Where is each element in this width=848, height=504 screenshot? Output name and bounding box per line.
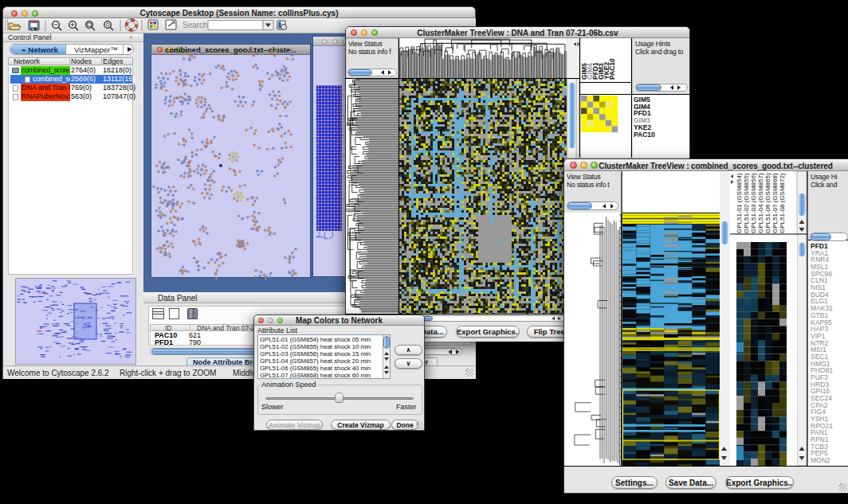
svg-text:GPL51-01 (GSM854): GPL51-01 (GSM854) xyxy=(736,173,743,233)
svg-text:MON2: MON2 xyxy=(811,456,830,464)
svg-text:GPL51-02 (GSM855): GPL51-02 (GSM855) xyxy=(743,173,750,233)
svg-text:GPL51-07 (GSM868): GPL51-07 (GSM868) xyxy=(771,173,779,233)
svg-text:GPL51-06 (GSM865): GPL51-06 (GSM865) xyxy=(764,173,771,233)
svg-text:GPL51-08 (GSM872): GPL51-08 (GSM872) xyxy=(779,173,786,233)
svg-text:GPL51-04 (GSM857): GPL51-04 (GSM857) xyxy=(757,173,764,233)
svg-text:GPL51-03 (GSM856): GPL51-03 (GSM856) xyxy=(750,173,757,233)
